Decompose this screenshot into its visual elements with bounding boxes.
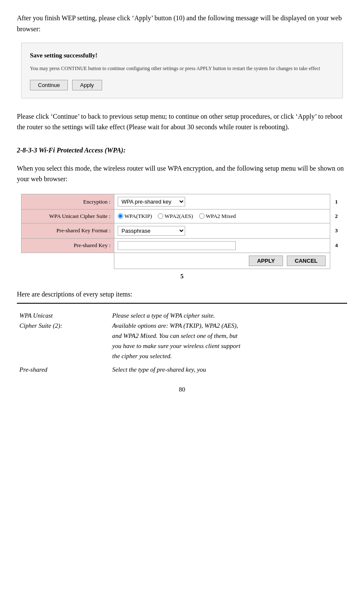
psk-row: Pre-shared Key : 4: [22, 238, 343, 253]
cipher-wpa2-mixed-label[interactable]: WPA2 Mixed: [199, 212, 236, 220]
row-number-3: 3: [330, 223, 343, 238]
encryption-value-cell: WPA pre-shared key WPA Enterprise: [114, 194, 330, 209]
cipher-wpa2-mixed-radio[interactable]: [199, 213, 205, 219]
desc-row-2: Pre-shared Select the type of pre-shared…: [17, 363, 347, 376]
cipher-suite-row: WPA Unicast Cipher Suite : WPA(TKIP) WPA…: [22, 209, 343, 223]
save-description: You may press CONTINUE button to continu…: [30, 65, 334, 72]
save-box-buttons: Continue Apply: [30, 80, 334, 90]
encryption-row: Encryption : WPA pre-shared key WPA Ente…: [22, 194, 343, 209]
section-heading: 2-8-3-3 Wi-Fi Protected Access (WPA):: [17, 145, 347, 155]
wpa-cancel-button[interactable]: CANCEL: [287, 256, 326, 266]
row-number-1: 1: [330, 194, 343, 209]
cipher-wpa-tkip-radio[interactable]: [118, 213, 123, 219]
empty-num-col: [330, 253, 343, 269]
page-number: 80: [17, 385, 347, 394]
intro-paragraph: After you finish WEP setting, please cli…: [17, 13, 347, 34]
desc-row-1: WPA UnicastCipher Suite (2): Please sele…: [17, 309, 347, 363]
save-apply-button[interactable]: Apply: [72, 80, 102, 90]
encryption-label: Encryption :: [22, 194, 114, 209]
save-title: Save setting successfully!: [30, 51, 334, 60]
def-preshared: Select the type of pre-shared key, you: [110, 363, 347, 376]
def-cipher-suite: Please select a type of WPA cipher suite…: [110, 309, 347, 363]
form-buttons-cell: APPLY CANCEL: [114, 253, 330, 269]
psk-format-label: Pre-shared Key Format :: [22, 223, 114, 238]
cipher-wpa-tkip-label[interactable]: WPA(TKIP): [118, 212, 152, 220]
cipher-wpa2-aes-label[interactable]: WPA2(AES): [158, 212, 193, 220]
psk-format-value-cell: Passphrase Hex: [114, 223, 330, 238]
here-text: Here are descriptions of every setup ite…: [17, 289, 347, 299]
psk-input[interactable]: [118, 241, 236, 250]
row-number-2: 2: [330, 209, 343, 223]
save-box: Save setting successfully! You may press…: [21, 43, 343, 98]
psk-value-cell: [114, 238, 330, 253]
cipher-wpa2-aes-radio[interactable]: [158, 213, 163, 219]
form-button-row: APPLY CANCEL: [22, 253, 343, 269]
cipher-suite-radio-group: WPA(TKIP) WPA2(AES) WPA2 Mixed: [118, 212, 326, 220]
cipher-suite-value-cell: WPA(TKIP) WPA2(AES) WPA2 Mixed: [114, 209, 330, 223]
cipher-suite-label: WPA Unicast Cipher Suite :: [22, 209, 114, 223]
descriptions-table: WPA UnicastCipher Suite (2): Please sele…: [17, 309, 347, 376]
psk-label: Pre-shared Key :: [22, 238, 114, 253]
term-cipher-suite: WPA UnicastCipher Suite (2):: [17, 309, 110, 363]
psk-format-dropdown[interactable]: Passphrase Hex: [118, 226, 185, 236]
encryption-dropdown[interactable]: WPA pre-shared key WPA Enterprise: [118, 197, 185, 207]
term-preshared: Pre-shared: [17, 363, 110, 376]
continue-text: Please click ‘Continue’ to back to previ…: [17, 111, 347, 133]
wpa-settings-table: Encryption : WPA pre-shared key WPA Ente…: [21, 194, 343, 269]
continue-button[interactable]: Continue: [30, 80, 68, 90]
row-number-4: 4: [330, 238, 343, 253]
divider: [17, 303, 347, 304]
psk-format-row: Pre-shared Key Format : Passphrase Hex 3: [22, 223, 343, 238]
when-text: When you select this mode, the wireless …: [17, 163, 347, 185]
number-5: 5: [17, 272, 347, 281]
empty-cell: [22, 253, 114, 269]
wpa-apply-button[interactable]: APPLY: [249, 256, 283, 266]
